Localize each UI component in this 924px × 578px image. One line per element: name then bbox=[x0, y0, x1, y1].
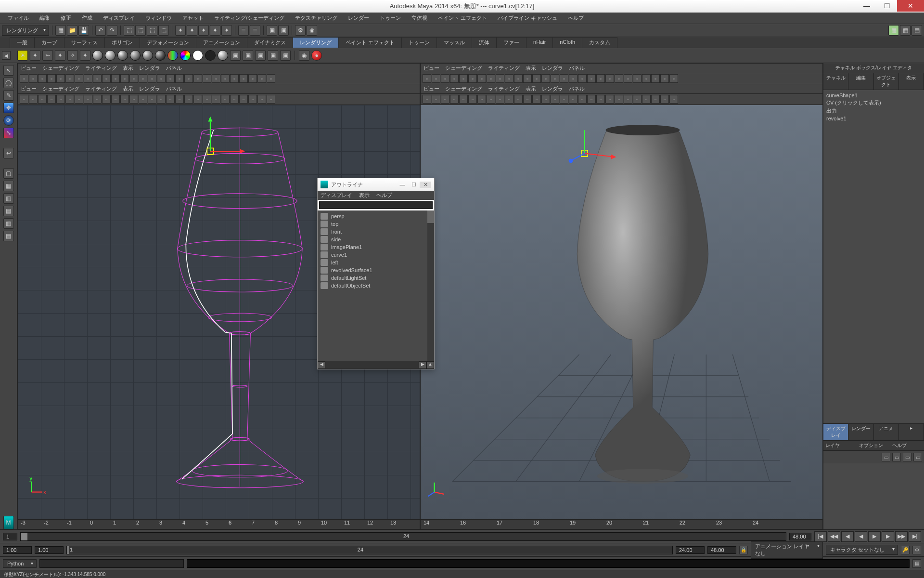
vp-menu-レンダラ[interactable]: レンダラ bbox=[139, 85, 160, 92]
range-end-field[interactable]: 48.00 bbox=[707, 546, 736, 554]
vp-tool-icon[interactable]: ▫ bbox=[487, 74, 495, 83]
vp-tool-icon[interactable]: ▫ bbox=[65, 74, 74, 83]
vp-tool-icon[interactable]: ▫ bbox=[496, 74, 504, 83]
vp-tool-icon[interactable]: ▫ bbox=[432, 74, 440, 83]
outliner-close-button[interactable]: ✕ bbox=[420, 182, 431, 188]
go-start-icon[interactable]: |◀ bbox=[814, 531, 827, 542]
vp-tool-icon[interactable]: ▫ bbox=[605, 74, 614, 83]
menu-トゥーン[interactable]: トゥーン bbox=[375, 13, 406, 23]
timeline-track[interactable]: 24 bbox=[20, 532, 786, 541]
layer-selected-icon[interactable]: ▭ bbox=[892, 453, 901, 461]
history-off-icon[interactable]: ≣ bbox=[250, 25, 260, 36]
rotate-tool-icon[interactable]: ⟳ bbox=[3, 115, 14, 126]
cb-tab-オブジェクト[interactable]: オブジェクト bbox=[874, 73, 899, 90]
cb-item[interactable]: revolve1 bbox=[825, 115, 922, 122]
layer-menu-レイヤ[interactable]: レイヤ bbox=[823, 441, 857, 450]
menu-ヘルプ[interactable]: ヘルプ bbox=[563, 13, 589, 23]
vp-tool-icon[interactable]: ▫ bbox=[267, 74, 275, 83]
vp-tool-icon[interactable]: ▫ bbox=[166, 74, 175, 83]
vp-tool-icon[interactable]: ▫ bbox=[20, 95, 28, 104]
vp-tool-icon[interactable]: ▫ bbox=[532, 74, 541, 83]
vp-tool-icon[interactable]: ▫ bbox=[212, 95, 220, 104]
menu-ライティング/シェーディング[interactable]: ライティング/シェーディング bbox=[209, 13, 289, 23]
vp-tool-icon[interactable]: ▫ bbox=[184, 74, 193, 83]
vp-menu-ビュー[interactable]: ビュー bbox=[21, 85, 37, 92]
vp-tool-icon[interactable]: ▫ bbox=[157, 74, 166, 83]
vp-tool-icon[interactable]: ▫ bbox=[477, 95, 486, 104]
vp-tool-icon[interactable]: ▫ bbox=[578, 95, 587, 104]
toon-icon[interactable]: ● bbox=[311, 50, 322, 61]
vp-tool-icon[interactable]: ▫ bbox=[129, 95, 138, 104]
maya-logo-icon[interactable]: M bbox=[3, 516, 14, 529]
vp-tool-icon[interactable]: ▫ bbox=[84, 74, 92, 83]
vp-tool-icon[interactable]: ▫ bbox=[212, 74, 220, 83]
outliner-item[interactable]: top bbox=[319, 220, 433, 228]
vp-tool-icon[interactable]: ▫ bbox=[102, 95, 111, 104]
vp-tool-icon[interactable]: ▫ bbox=[578, 74, 587, 83]
vp-tool-icon[interactable]: ▫ bbox=[84, 95, 92, 104]
vp-tool-icon[interactable]: ▫ bbox=[560, 74, 568, 83]
vp-tool-icon[interactable]: ▫ bbox=[139, 74, 147, 83]
shelf-tab-マッスル[interactable]: マッスル bbox=[436, 37, 472, 48]
shelf-tab-nHair[interactable]: nHair bbox=[526, 37, 553, 48]
vp-tool-icon[interactable]: ▫ bbox=[551, 74, 559, 83]
menu-修正[interactable]: 修正 bbox=[56, 13, 76, 23]
vp-tool-icon[interactable]: ▫ bbox=[541, 74, 550, 83]
shelf-tab-ファー[interactable]: ファー bbox=[496, 37, 526, 48]
outliner-item[interactable]: defaultObjectSet bbox=[319, 282, 433, 289]
vp-tool-icon[interactable]: ▫ bbox=[47, 74, 56, 83]
hsv-ramp-icon[interactable] bbox=[180, 50, 191, 61]
single-view-icon[interactable]: ▢ bbox=[3, 168, 14, 179]
go-end-icon[interactable]: ▶| bbox=[909, 531, 921, 542]
workspace-dropdown[interactable]: レンダリング bbox=[2, 26, 49, 36]
shelf-tab-アニメーション[interactable]: アニメーション bbox=[196, 37, 247, 48]
vp-menu-レンダラ[interactable]: レンダラ bbox=[542, 65, 563, 72]
vp-tool-icon[interactable]: ▫ bbox=[642, 95, 651, 104]
anisotropic-material-icon[interactable] bbox=[142, 50, 153, 61]
vp-tool-icon[interactable]: ▫ bbox=[267, 95, 275, 104]
vp-tool-icon[interactable]: ▫ bbox=[587, 95, 596, 104]
render-frame-icon[interactable]: ▣ bbox=[267, 25, 277, 36]
vp-tool-icon[interactable]: ▫ bbox=[38, 74, 47, 83]
vp-tool-icon[interactable]: ▫ bbox=[523, 95, 532, 104]
undo-icon[interactable]: ↶ bbox=[95, 25, 106, 36]
panel-layout-icon[interactable]: ▦ bbox=[900, 25, 911, 36]
vp-tool-icon[interactable]: ▫ bbox=[569, 74, 578, 83]
select-object-icon[interactable]: ⬚ bbox=[147, 25, 157, 36]
vp-tool-icon[interactable]: ▫ bbox=[111, 74, 120, 83]
vp-tool-icon[interactable]: ▫ bbox=[230, 95, 239, 104]
outliner-max-button[interactable]: ☐ bbox=[408, 182, 420, 188]
menu-ペイント エフェクト[interactable]: ペイント エフェクト bbox=[433, 13, 492, 23]
area-light-icon[interactable]: ✧ bbox=[67, 50, 78, 61]
move-tool-icon[interactable]: ✥ bbox=[3, 103, 14, 113]
channel-box-body[interactable]: curveShape1CV (クリックして表示)出力 revolve1 bbox=[823, 90, 924, 423]
vp-tool-icon[interactable]: ▫ bbox=[56, 95, 65, 104]
vp-tool-icon[interactable]: ▫ bbox=[203, 74, 211, 83]
cb-tab-チャネル[interactable]: チャネル bbox=[823, 73, 848, 90]
vp-tool-icon[interactable]: ▫ bbox=[75, 74, 83, 83]
vp-tool-icon[interactable]: ▫ bbox=[450, 74, 459, 83]
vp-tool-icon[interactable]: ▫ bbox=[29, 74, 38, 83]
vp-menu-表示[interactable]: 表示 bbox=[123, 85, 133, 92]
vp-tool-icon[interactable]: ▫ bbox=[175, 95, 184, 104]
outliner-menu-ヘルプ[interactable]: ヘルプ bbox=[376, 192, 392, 199]
vp-tool-icon[interactable]: ▫ bbox=[660, 74, 669, 83]
hypershade-icon[interactable]: ◉ bbox=[307, 25, 317, 36]
vp-tool-icon[interactable]: ▫ bbox=[624, 95, 632, 104]
vp-tool-icon[interactable]: ▫ bbox=[56, 74, 65, 83]
cb-item[interactable]: 出力 bbox=[825, 107, 922, 115]
outliner-menu-ディスプレイ[interactable]: ディスプレイ bbox=[321, 192, 352, 199]
menu-レンダー[interactable]: レンダー bbox=[343, 13, 374, 23]
outliner-item[interactable]: side bbox=[319, 236, 433, 243]
select-by-type-icon[interactable]: ⬚ bbox=[124, 25, 134, 36]
outliner-menu-表示[interactable]: 表示 bbox=[359, 192, 370, 199]
step-back-icon[interactable]: ◀◀ bbox=[828, 531, 840, 542]
vp-tool-icon[interactable]: ▫ bbox=[532, 95, 541, 104]
save-scene-icon[interactable]: 💾 bbox=[78, 25, 89, 36]
character-set-dropdown[interactable]: キャラクタ セットなし bbox=[826, 545, 898, 555]
render-current-icon[interactable]: ▣ bbox=[230, 50, 241, 61]
ramp-material-icon[interactable] bbox=[155, 50, 166, 61]
scroll-right-icon[interactable]: ▶ bbox=[419, 361, 426, 369]
select-hierarchy-icon[interactable]: ⬚ bbox=[135, 25, 146, 36]
vp-tool-icon[interactable]: ▫ bbox=[633, 95, 642, 104]
